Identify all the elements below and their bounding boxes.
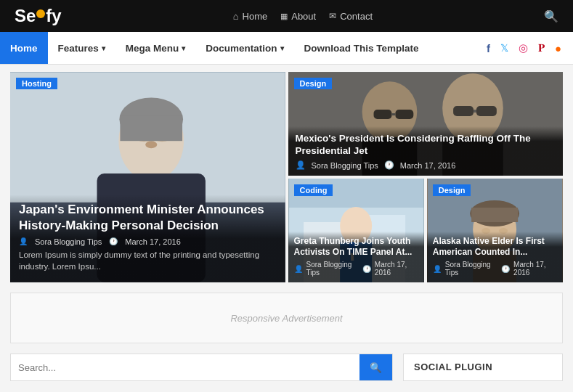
author-icon2: 👤 — [296, 160, 306, 170]
featured-card-large[interactable]: Hosting Japan's Environment Minister Ann… — [10, 72, 285, 282]
twitter-icon[interactable]: 𝕏 — [500, 42, 508, 54]
bottom-cards: Coding Greta Thunberg Joins Youth Activi… — [288, 179, 564, 282]
nav-documentation[interactable]: Documentation ▾ — [195, 32, 293, 64]
card-title: Japan's Environment Minister Announces H… — [19, 202, 277, 234]
card-title-bottom-left: Greta Thunberg Joins Youth Activists On … — [294, 236, 418, 258]
author-icon4: 👤 — [433, 265, 442, 273]
top-navigation: ⌂ Home ▦ About ✉ Contact — [233, 11, 373, 22]
main-navigation: Home Features ▾ Mega Menu ▾ Documentatio… — [0, 32, 573, 65]
logo-text2: fy — [46, 6, 61, 26]
svg-rect-10 — [120, 115, 182, 141]
top-nav-about[interactable]: ▦ About — [280, 11, 316, 22]
bottom-section: 🔍 SOCIAL PLUGIN — [10, 354, 563, 381]
svg-point-8 — [145, 141, 157, 148]
social-plugin-box: SOCIAL PLUGIN — [403, 354, 563, 381]
facebook-icon[interactable]: f — [487, 42, 490, 54]
nav-features[interactable]: Features ▾ — [48, 32, 115, 64]
author-icon: 👤 — [19, 237, 28, 245]
date-bl: March 17, 2016 — [375, 261, 418, 277]
card-excerpt: Lorem Ipsum is simply dummy text of the … — [19, 249, 277, 272]
featured-card-bottom-left[interactable]: Coding Greta Thunberg Joins Youth Activi… — [288, 179, 424, 282]
chevron-down-icon: ▾ — [102, 44, 105, 52]
blogger-icon[interactable]: ● — [555, 42, 561, 54]
card-overlay-bottom-left: Greta Thunberg Joins Youth Activists On … — [288, 232, 424, 282]
card-tag-top-right: Design — [294, 78, 333, 89]
author-top-right: Sora Blogging Tips — [312, 161, 378, 170]
social-plugin-title: SOCIAL PLUGIN — [414, 362, 552, 372]
logo-circle — [36, 9, 45, 18]
search-input[interactable] — [11, 354, 359, 380]
search-submit-icon: 🔍 — [370, 362, 382, 373]
search-bar: 🔍 — [10, 354, 393, 381]
nav-download[interactable]: Download This Template — [294, 32, 429, 64]
clock-icon3: 🕐 — [362, 265, 371, 273]
content-area: Hosting Japan's Environment Minister Ann… — [0, 65, 573, 381]
card-tag-bottom-left: Coding — [294, 184, 333, 196]
card-tag: Hosting — [16, 78, 57, 89]
ad-banner: Responsive Advertisement — [10, 293, 563, 343]
nav-home[interactable]: Home — [0, 32, 48, 64]
search-icon: 🔍 — [544, 10, 558, 23]
about-icon: ▦ — [280, 12, 288, 21]
clock-icon: 🕐 — [109, 237, 118, 245]
chevron-down-icon3: ▾ — [280, 44, 284, 52]
clock-icon2: 🕐 — [384, 160, 394, 170]
card-meta-bottom-left: 👤 Sora Blogging Tips 🕐 March 17, 2016 — [294, 261, 418, 277]
card-title-bottom-right: Alaska Native Elder Is First American Co… — [433, 236, 557, 258]
featured-card-bottom-right[interactable]: Design Alaska Native Elder Is First Amer… — [427, 179, 563, 282]
instagram-icon[interactable]: ◎ — [519, 41, 528, 54]
search-submit-button[interactable]: 🔍 — [359, 354, 392, 380]
author-bl: Sora Blogging Tips — [306, 261, 359, 277]
featured-card-top-right[interactable]: Design Mexico's President Is Considering… — [288, 72, 564, 176]
svg-rect-37 — [471, 208, 518, 222]
featured-grid: Hosting Japan's Environment Minister Ann… — [10, 72, 563, 282]
card-date: March 17, 2016 — [125, 237, 180, 246]
contact-icon: ✉ — [329, 11, 336, 21]
card-meta: 👤 Sora Blogging Tips 🕐 March 17, 2016 — [19, 237, 277, 246]
card-meta-bottom-right: 👤 Sora Blogging Tips 🕐 March 17, 2016 — [433, 261, 557, 277]
card-overlay-top-right: Mexico's President Is Considering Raffli… — [288, 126, 564, 176]
search-button[interactable]: 🔍 — [544, 9, 558, 23]
top-nav-contact[interactable]: ✉ Contact — [329, 11, 373, 22]
nav-mega-menu[interactable]: Mega Menu ▾ — [115, 32, 196, 64]
logo[interactable]: Se fy — [15, 6, 62, 26]
top-nav-home[interactable]: ⌂ Home — [233, 11, 268, 22]
card-meta-top-right: 👤 Sora Blogging Tips 🕐 March 17, 2016 — [296, 160, 556, 170]
card-overlay: Japan's Environment Minister Announces H… — [10, 195, 285, 282]
main-nav-social: f 𝕏 ◎ 𝐏 ● — [487, 41, 573, 54]
home-icon: ⌂ — [233, 11, 239, 22]
author-icon3: 👤 — [294, 265, 303, 273]
clock-icon4: 🕐 — [501, 265, 510, 273]
date-br: March 17, 2016 — [513, 261, 557, 277]
main-nav-left: Home Features ▾ Mega Menu ▾ Documentatio… — [0, 32, 429, 64]
chevron-down-icon2: ▾ — [182, 44, 185, 52]
search-bar-container: 🔍 — [10, 354, 393, 381]
card-author: Sora Blogging Tips — [35, 237, 102, 246]
card-tag-bottom-right: Design — [433, 184, 471, 196]
card-overlay-bottom-right: Alaska Native Elder Is First American Co… — [427, 232, 563, 282]
author-br: Sora Blogging Tips — [445, 261, 497, 277]
card-title-top-right: Mexico's President Is Considering Raffli… — [296, 132, 556, 158]
top-bar: Se fy ⌂ Home ▦ About ✉ Contact 🔍 — [0, 0, 573, 32]
pinterest-icon[interactable]: 𝐏 — [538, 41, 545, 54]
logo-text: Se — [15, 6, 36, 26]
ad-banner-text: Responsive Advertisement — [230, 313, 342, 324]
date-top-right: March 17, 2016 — [400, 161, 455, 170]
